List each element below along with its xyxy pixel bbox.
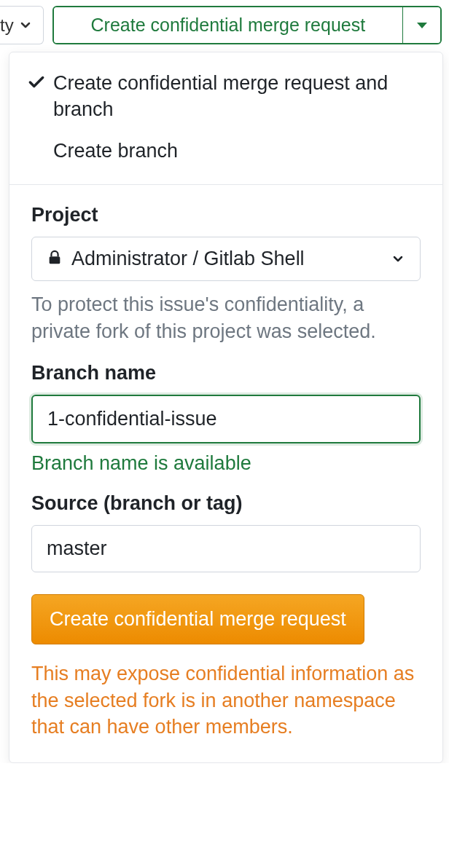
chevron-down-icon [18,18,33,33]
confidential-warning: This may expose confidential information… [31,660,421,740]
create-mr-dropdown-toggle[interactable] [402,7,440,43]
create-mr-dropdown-panel: Create confidential merge request and br… [9,52,443,763]
project-help-text: To protect this issue's confidentiality,… [31,291,421,344]
branch-name-input[interactable] [31,395,421,443]
svg-rect-0 [50,256,60,264]
create-mr-split-button: Create confidential merge request [52,6,442,44]
project-group: Project Administrator / Gitlab Shell To … [31,204,421,344]
branch-name-validation: Branch name is available [31,452,421,475]
source-group: Source (branch or tag) [31,492,421,572]
submit-create-mr-button[interactable]: Create confidential merge request [31,594,364,644]
check-icon-empty [27,138,53,141]
source-label: Source (branch or tag) [31,492,421,515]
truncated-dropdown-label: ty [0,15,14,36]
menu-item-create-branch[interactable]: Create branch [9,130,442,171]
source-input[interactable] [31,525,421,572]
project-select-value: Administrator / Gitlab Shell [71,248,391,270]
menu-item-label: Create branch [53,138,425,164]
menu-item-create-mr-and-branch[interactable]: Create confidential merge request and br… [9,63,442,130]
branch-name-group: Branch name Branch name is available [31,362,421,475]
check-icon [27,70,53,92]
chevron-down-icon [391,252,405,267]
create-mr-button[interactable]: Create confidential merge request [54,7,402,43]
submit-button-label: Create confidential merge request [50,608,346,630]
truncated-dropdown-button[interactable]: ty [0,6,44,44]
caret-down-icon [417,23,427,28]
create-mr-form: Project Administrator / Gitlab Shell To … [9,185,442,762]
project-label: Project [31,204,421,226]
menu-item-label: Create confidential merge request and br… [53,70,425,123]
create-mr-menu: Create confidential merge request and br… [9,52,442,185]
create-mr-button-label: Create confidential merge request [91,15,366,36]
project-select[interactable]: Administrator / Gitlab Shell [31,237,421,281]
lock-icon [47,249,63,269]
branch-name-label: Branch name [31,362,421,384]
